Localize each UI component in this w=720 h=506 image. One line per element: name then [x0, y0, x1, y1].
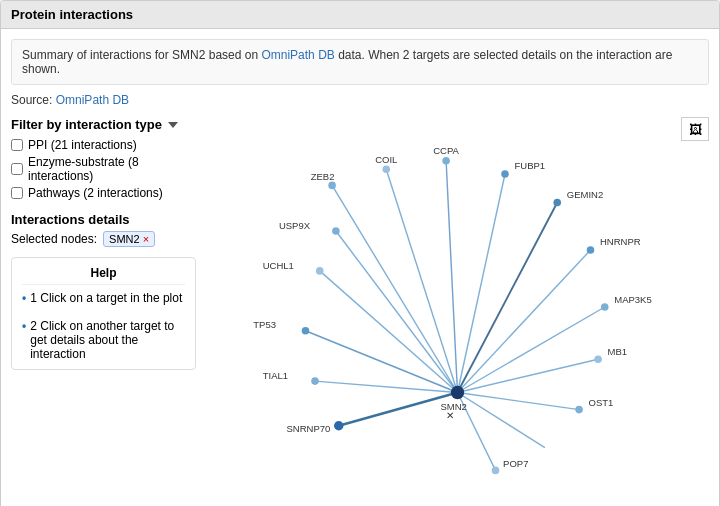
main-window: Protein interactions Summary of interact… — [0, 0, 720, 506]
ccpa-node[interactable] — [442, 157, 450, 165]
tp53-label[interactable]: TP53 — [253, 319, 276, 330]
svg-line-5 — [458, 250, 591, 393]
node-badge-remove[interactable]: × — [143, 233, 149, 245]
svg-line-14 — [320, 271, 458, 393]
hnrnpr-label[interactable]: HNRNPR — [600, 236, 641, 247]
usp9x-label[interactable]: USP9X — [279, 220, 311, 231]
source-line: Source: OmniPath DB — [11, 93, 709, 107]
svg-line-1 — [386, 169, 457, 392]
filter-options: PPI (21 interactions) Enzyme-substrate (… — [11, 138, 196, 200]
network-graph[interactable]: SMN2 ✕ ZEB2 COIL CCPA FUBP1 — [206, 117, 709, 497]
tial1-node[interactable] — [311, 377, 319, 385]
mb1-node[interactable] — [594, 355, 602, 363]
usp9x-node[interactable] — [332, 227, 340, 235]
ost1-label[interactable]: OST1 — [589, 397, 614, 408]
pop7-label[interactable]: POP7 — [503, 458, 528, 469]
gemin2-node[interactable] — [553, 199, 561, 207]
snrnp70-label[interactable]: SNRNP70 — [287, 423, 331, 434]
uchl1-node[interactable] — [316, 267, 324, 275]
filter-pathways[interactable]: Pathways (2 interactions) — [11, 186, 196, 200]
help-step2-text: 2 Click on another target to get details… — [30, 319, 185, 361]
filter-ppi-label: PPI (21 interactions) — [28, 138, 137, 152]
map3k5-label[interactable]: MAP3K5 — [614, 294, 652, 305]
svg-line-0 — [332, 185, 457, 392]
filter-ppi[interactable]: PPI (21 interactions) — [11, 138, 196, 152]
window-title: Protein interactions — [1, 1, 719, 29]
help-step1: • 1 Click on a target in the plot — [22, 291, 185, 305]
svg-line-3 — [458, 174, 506, 393]
right-panel: 🖼 — [206, 117, 709, 506]
selected-nodes: Selected nodes: SMN2 × — [11, 231, 196, 247]
filter-dropdown-arrow[interactable] — [168, 122, 178, 128]
info-text-before: Summary of interactions for SMN2 based o… — [22, 48, 261, 62]
gemin2-label[interactable]: GEMIN2 — [567, 189, 603, 200]
omnipath-link-1[interactable]: OmniPath DB — [261, 48, 334, 62]
zeb2-label[interactable]: ZEB2 — [311, 171, 335, 182]
filter-pathways-checkbox[interactable] — [11, 187, 23, 199]
coil-node[interactable] — [382, 165, 390, 173]
bullet-dot-1: • — [22, 291, 26, 305]
svg-line-2 — [446, 161, 457, 393]
help-step1-text: 1 Click on a target in the plot — [30, 291, 182, 305]
info-box: Summary of interactions for SMN2 based o… — [11, 39, 709, 85]
bullet-dot-2: • — [22, 319, 26, 361]
main-area: Filter by interaction type PPI (21 inter… — [11, 117, 709, 506]
image-icon-button[interactable]: 🖼 — [681, 117, 709, 141]
filter-enzyme[interactable]: Enzyme-substrate (8 interactions) — [11, 155, 196, 183]
svg-text:✕: ✕ — [446, 410, 454, 421]
fubp1-label[interactable]: FUBP1 — [515, 160, 546, 171]
svg-line-12 — [315, 381, 458, 392]
pop7-node[interactable] — [492, 467, 500, 475]
zeb2-node[interactable] — [328, 182, 336, 190]
filter-title: Filter by interaction type — [11, 117, 162, 132]
filter-enzyme-checkbox[interactable] — [11, 163, 23, 175]
tial1-label[interactable]: TIAL1 — [263, 370, 288, 381]
mb1-label[interactable]: MB1 — [608, 346, 628, 357]
help-title: Help — [22, 266, 185, 285]
omnipath-link-2[interactable]: OmniPath DB — [56, 93, 129, 107]
help-step2: • 2 Click on another target to get detai… — [22, 319, 185, 361]
fubp1-node[interactable] — [501, 170, 509, 178]
filter-enzyme-label: Enzyme-substrate (8 interactions) — [28, 155, 196, 183]
ccpa-label[interactable]: CCPA — [433, 145, 459, 156]
filter-ppi-checkbox[interactable] — [11, 139, 23, 151]
interactions-details-header: Interactions details — [11, 212, 196, 227]
coil-label[interactable]: COIL — [375, 154, 397, 165]
ost1-node[interactable] — [575, 406, 583, 414]
filter-pathways-label: Pathways (2 interactions) — [28, 186, 163, 200]
interactions-details: Interactions details Selected nodes: SMN… — [11, 212, 196, 247]
map3k5-node[interactable] — [601, 303, 609, 311]
node-badge-label: SMN2 — [109, 233, 140, 245]
svg-line-7 — [458, 359, 599, 392]
hnrnpr-node[interactable] — [587, 246, 595, 254]
smn2-node[interactable] — [451, 386, 464, 399]
help-box: Help • 1 Click on a target in the plot •… — [11, 257, 196, 370]
tp53-node[interactable] — [302, 327, 310, 335]
snrnp70-node[interactable] — [334, 421, 344, 431]
node-badge-smn2[interactable]: SMN2 × — [103, 231, 155, 247]
svg-line-8 — [458, 393, 580, 410]
selected-nodes-label: Selected nodes: — [11, 232, 97, 246]
filter-header: Filter by interaction type — [11, 117, 196, 132]
uchl1-label[interactable]: UCHL1 — [263, 260, 294, 271]
left-panel: Filter by interaction type PPI (21 inter… — [11, 117, 196, 506]
